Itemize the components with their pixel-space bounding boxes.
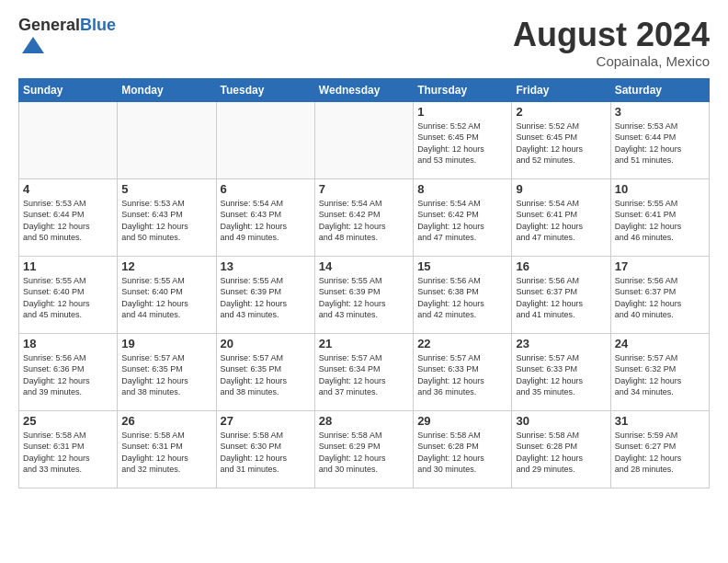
table-row: 5Sunrise: 5:53 AMSunset: 6:43 PMDaylight…	[118, 178, 216, 256]
day-number: 24	[615, 337, 705, 350]
day-number: 3	[615, 105, 705, 119]
table-row: 13Sunrise: 5:55 AMSunset: 6:39 PMDayligh…	[216, 256, 314, 333]
day-number: 8	[417, 182, 507, 196]
table-row: 22Sunrise: 5:57 AMSunset: 6:33 PMDayligh…	[414, 333, 512, 410]
col-saturday: Saturday	[610, 78, 709, 101]
col-monday: Monday	[118, 78, 216, 101]
table-row: 3Sunrise: 5:53 AMSunset: 6:44 PMDaylight…	[610, 101, 709, 178]
day-number: 7	[319, 182, 409, 196]
table-row: 19Sunrise: 5:57 AMSunset: 6:35 PMDayligh…	[118, 333, 216, 410]
table-row: 15Sunrise: 5:56 AMSunset: 6:38 PMDayligh…	[414, 256, 512, 333]
day-info: Sunrise: 5:58 AMSunset: 6:28 PMDaylight:…	[516, 430, 606, 476]
day-number: 26	[121, 414, 211, 428]
day-info: Sunrise: 5:58 AMSunset: 6:28 PMDaylight:…	[417, 430, 507, 476]
day-info: Sunrise: 5:54 AMSunset: 6:42 PMDaylight:…	[319, 198, 409, 244]
calendar-title: August 2024	[513, 17, 710, 53]
day-number: 18	[23, 337, 113, 350]
day-info: Sunrise: 5:52 AMSunset: 6:45 PMDaylight:…	[417, 121, 507, 167]
calendar-week-2: 4Sunrise: 5:53 AMSunset: 6:44 PMDaylight…	[19, 178, 710, 256]
day-info: Sunrise: 5:59 AMSunset: 6:27 PMDaylight:…	[615, 430, 705, 476]
col-thursday: Thursday	[414, 78, 512, 101]
day-info: Sunrise: 5:57 AMSunset: 6:32 PMDaylight:…	[615, 352, 705, 398]
day-info: Sunrise: 5:56 AMSunset: 6:38 PMDaylight:…	[417, 275, 507, 321]
day-info: Sunrise: 5:53 AMSunset: 6:43 PMDaylight:…	[121, 198, 211, 244]
day-number: 5	[121, 182, 211, 196]
table-row	[118, 101, 216, 178]
logo-icon	[20, 35, 46, 61]
day-number: 20	[221, 337, 311, 350]
day-number: 6	[221, 182, 311, 196]
table-row: 16Sunrise: 5:56 AMSunset: 6:37 PMDayligh…	[512, 256, 610, 333]
table-row: 28Sunrise: 5:58 AMSunset: 6:29 PMDayligh…	[314, 410, 413, 488]
calendar-header-row: Sunday Monday Tuesday Wednesday Thursday…	[19, 78, 710, 101]
day-info: Sunrise: 5:56 AMSunset: 6:36 PMDaylight:…	[23, 352, 113, 398]
day-info: Sunrise: 5:57 AMSunset: 6:33 PMDaylight:…	[516, 352, 606, 398]
header: GeneralBlue August 2024 Copainala, Mexic…	[18, 17, 710, 69]
table-row: 17Sunrise: 5:56 AMSunset: 6:37 PMDayligh…	[610, 256, 709, 333]
table-row: 18Sunrise: 5:56 AMSunset: 6:36 PMDayligh…	[19, 333, 118, 410]
day-info: Sunrise: 5:58 AMSunset: 6:29 PMDaylight:…	[319, 430, 409, 476]
day-info: Sunrise: 5:53 AMSunset: 6:44 PMDaylight:…	[23, 198, 113, 244]
table-row: 12Sunrise: 5:55 AMSunset: 6:40 PMDayligh…	[118, 256, 216, 333]
day-number: 25	[23, 414, 113, 428]
calendar-week-4: 18Sunrise: 5:56 AMSunset: 6:36 PMDayligh…	[19, 333, 710, 410]
calendar-week-1: 1Sunrise: 5:52 AMSunset: 6:45 PMDaylight…	[19, 101, 710, 178]
table-row: 24Sunrise: 5:57 AMSunset: 6:32 PMDayligh…	[610, 333, 709, 410]
table-row: 2Sunrise: 5:52 AMSunset: 6:45 PMDaylight…	[512, 101, 610, 178]
day-info: Sunrise: 5:54 AMSunset: 6:43 PMDaylight:…	[221, 198, 311, 244]
table-row: 21Sunrise: 5:57 AMSunset: 6:34 PMDayligh…	[314, 333, 413, 410]
day-number: 9	[516, 182, 606, 196]
day-info: Sunrise: 5:57 AMSunset: 6:35 PMDaylight:…	[121, 352, 211, 398]
calendar-week-3: 11Sunrise: 5:55 AMSunset: 6:40 PMDayligh…	[19, 256, 710, 333]
day-info: Sunrise: 5:57 AMSunset: 6:35 PMDaylight:…	[221, 352, 311, 398]
day-number: 27	[221, 414, 311, 428]
day-number: 31	[615, 414, 705, 428]
logo: GeneralBlue	[18, 17, 116, 64]
day-number: 10	[615, 182, 705, 196]
day-number: 4	[23, 182, 113, 196]
table-row	[19, 101, 118, 178]
col-wednesday: Wednesday	[314, 78, 413, 101]
day-number: 22	[417, 337, 507, 350]
day-number: 1	[417, 105, 507, 119]
table-row: 6Sunrise: 5:54 AMSunset: 6:43 PMDaylight…	[216, 178, 314, 256]
table-row: 26Sunrise: 5:58 AMSunset: 6:31 PMDayligh…	[118, 410, 216, 488]
table-row: 1Sunrise: 5:52 AMSunset: 6:45 PMDaylight…	[414, 101, 512, 178]
day-number: 2	[516, 105, 606, 119]
calendar-table: Sunday Monday Tuesday Wednesday Thursday…	[18, 78, 710, 488]
table-row: 4Sunrise: 5:53 AMSunset: 6:44 PMDaylight…	[19, 178, 118, 256]
day-number: 21	[319, 337, 409, 350]
calendar-location: Copainala, Mexico	[513, 53, 710, 69]
day-number: 23	[516, 337, 606, 350]
day-number: 15	[417, 259, 507, 273]
table-row: 25Sunrise: 5:58 AMSunset: 6:31 PMDayligh…	[19, 410, 118, 488]
day-info: Sunrise: 5:54 AMSunset: 6:42 PMDaylight:…	[417, 198, 507, 244]
table-row: 8Sunrise: 5:54 AMSunset: 6:42 PMDaylight…	[414, 178, 512, 256]
table-row: 27Sunrise: 5:58 AMSunset: 6:30 PMDayligh…	[216, 410, 314, 488]
day-info: Sunrise: 5:58 AMSunset: 6:31 PMDaylight:…	[23, 430, 113, 476]
calendar-week-5: 25Sunrise: 5:58 AMSunset: 6:31 PMDayligh…	[19, 410, 710, 488]
table-row	[216, 101, 314, 178]
logo-blue-text: Blue	[80, 16, 116, 34]
col-sunday: Sunday	[19, 78, 118, 101]
day-info: Sunrise: 5:58 AMSunset: 6:30 PMDaylight:…	[221, 430, 311, 476]
day-number: 30	[516, 414, 606, 428]
day-info: Sunrise: 5:56 AMSunset: 6:37 PMDaylight:…	[615, 275, 705, 321]
title-block: August 2024 Copainala, Mexico	[513, 17, 710, 69]
day-info: Sunrise: 5:55 AMSunset: 6:40 PMDaylight:…	[23, 275, 113, 321]
svg-marker-0	[22, 37, 44, 53]
day-info: Sunrise: 5:53 AMSunset: 6:44 PMDaylight:…	[615, 121, 705, 167]
table-row: 20Sunrise: 5:57 AMSunset: 6:35 PMDayligh…	[216, 333, 314, 410]
day-number: 14	[319, 259, 409, 273]
day-info: Sunrise: 5:52 AMSunset: 6:45 PMDaylight:…	[516, 121, 606, 167]
page: GeneralBlue August 2024 Copainala, Mexic…	[0, 0, 728, 563]
table-row: 7Sunrise: 5:54 AMSunset: 6:42 PMDaylight…	[314, 178, 413, 256]
day-info: Sunrise: 5:57 AMSunset: 6:34 PMDaylight:…	[319, 352, 409, 398]
day-info: Sunrise: 5:56 AMSunset: 6:37 PMDaylight:…	[516, 275, 606, 321]
day-number: 28	[319, 414, 409, 428]
table-row: 14Sunrise: 5:55 AMSunset: 6:39 PMDayligh…	[314, 256, 413, 333]
day-number: 13	[221, 259, 311, 273]
col-tuesday: Tuesday	[216, 78, 314, 101]
day-info: Sunrise: 5:55 AMSunset: 6:39 PMDaylight:…	[221, 275, 311, 321]
logo-general-text: General	[18, 16, 80, 34]
